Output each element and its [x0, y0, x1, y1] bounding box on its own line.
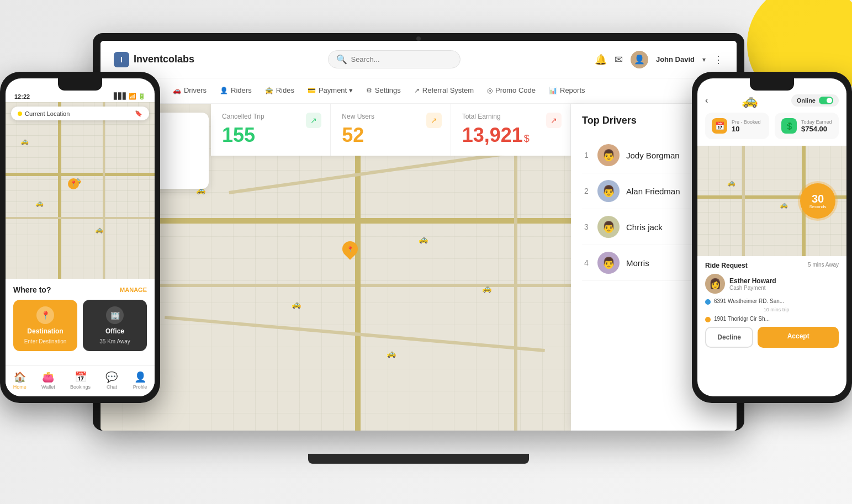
- pickup-address: 6391 Westheimer RD. San...: [705, 298, 839, 305]
- nav-drivers[interactable]: 🚗 Drivers: [173, 86, 207, 96]
- nav-wallet[interactable]: 👛 Wallet: [41, 371, 55, 390]
- pre-booked-value: 10: [732, 125, 761, 133]
- search-input[interactable]: [351, 55, 452, 63]
- drivers-nav-icon: 🚗: [173, 87, 181, 94]
- accept-button[interactable]: Accept: [758, 327, 839, 348]
- ph-location-dot: 📍: [68, 178, 79, 189]
- cancelled-trip-label: Cancelled Trip: [222, 113, 319, 120]
- signal-icon: ▋▋▋ 📶 🔋: [114, 93, 146, 100]
- earning-currency: $: [524, 133, 530, 145]
- online-toggle[interactable]: [819, 97, 833, 104]
- nav-referral[interactable]: ↗ Referral System: [414, 86, 474, 96]
- cancelled-trip-value: 155: [222, 124, 319, 147]
- user-dropdown-icon[interactable]: ▾: [702, 56, 706, 63]
- manage-link[interactable]: MANAGE: [120, 287, 147, 293]
- dropoff-address: 1901 Thoridgr Cir Sh...: [705, 316, 839, 322]
- total-earning-label: Total Earning: [462, 113, 559, 120]
- decline-button[interactable]: Decline: [705, 327, 753, 348]
- driver-avatar-3: 👨: [597, 216, 620, 238]
- nav-drivers-label: Drivers: [184, 86, 207, 94]
- pickup-dot: [705, 299, 711, 305]
- message-icon[interactable]: ✉: [615, 54, 623, 66]
- map-car-5: 🚕: [387, 349, 396, 358]
- where-header: Where to? MANAGE: [13, 285, 147, 294]
- stats-row: ↗ Cancelled Trip 155 ↗ New Users 52: [211, 104, 571, 156]
- pre-booked-icon: 📅: [712, 118, 727, 134]
- nav-bookings[interactable]: 📅 Bookings: [70, 371, 91, 390]
- today-earned-value: $754.00: [801, 125, 832, 133]
- avatar: 👤: [631, 51, 648, 68]
- timer-label: Seconds: [809, 204, 826, 209]
- today-earned-box: 💲 Today Earned $754.00: [775, 113, 839, 139]
- left-phone-frame: 12:22 ▋▋▋ 📶 🔋 🚕 🚕 🚕 🚕 📍: [0, 72, 160, 403]
- referral-nav-icon: ↗: [414, 87, 420, 94]
- app-name: Inventcolabs: [134, 54, 194, 65]
- office-sub: 35 Km Away: [99, 338, 130, 344]
- driver-rank-2: 2: [582, 187, 591, 195]
- online-label: Online: [797, 97, 816, 104]
- dot-indicator: Current Location: [18, 110, 70, 117]
- pickup-address-text: 6391 Westheimer RD. San...: [714, 298, 784, 304]
- reports-nav-icon: 📊: [549, 87, 557, 94]
- nav-promo[interactable]: ◎ Promo Code: [487, 86, 536, 96]
- destination-sub: Enter Destination: [24, 338, 67, 344]
- nav-reports-label: Reports: [560, 86, 585, 94]
- nav-reports[interactable]: 📊 Reports: [549, 86, 585, 96]
- more-options-icon[interactable]: ⋮: [713, 54, 723, 66]
- riders-nav-icon: 👤: [220, 87, 228, 94]
- ph-car-3: 🚕: [35, 199, 44, 207]
- nav-riders[interactable]: 👤 Riders: [220, 86, 252, 96]
- rider-info-row: 👩 Esther Howard Cash Payment: [705, 274, 839, 294]
- total-earning-value: 13,921: [462, 124, 523, 147]
- ph-car-1: 🚕: [20, 137, 29, 145]
- dropoff-dot: [705, 317, 711, 322]
- where-to-section: Where to? MANAGE 📍 Destination Enter Des…: [6, 279, 155, 356]
- rider-payment: Cash Payment: [729, 285, 776, 291]
- pre-booked-info: Pre - Booked 10: [732, 119, 761, 133]
- ph-location-bar: Current Location 🔖: [11, 107, 149, 120]
- payment-nav-icon: 💳: [308, 87, 316, 94]
- home-label: Home: [13, 384, 27, 390]
- today-earned-label: Today Earned: [801, 119, 832, 125]
- rider-avatar: 👩: [705, 274, 725, 294]
- driver-icon: 🚕: [742, 93, 758, 108]
- ride-request-header: Ride Request 5 mins Away: [705, 262, 839, 269]
- nav-promo-label: Promo Code: [495, 86, 536, 94]
- left-phone: 12:22 ▋▋▋ 📶 🔋 🚕 🚕 🚕 🚕 📍: [0, 72, 160, 403]
- settings-nav-icon: ⚙: [366, 87, 372, 94]
- today-earned-info: Today Earned $754.00: [801, 119, 832, 133]
- search-icon: 🔍: [336, 54, 347, 65]
- nav-rides[interactable]: 🚖 Rides: [265, 86, 294, 96]
- search-box[interactable]: 🔍: [328, 50, 461, 68]
- nav-home[interactable]: 🏠 Home: [13, 371, 27, 390]
- left-bottom-nav: 🏠 Home 👛 Wallet 📅 Bookings 💬 Chat 👤: [6, 365, 155, 396]
- cancelled-trip-icon: ↗: [306, 113, 321, 128]
- left-phone-notch: [58, 78, 102, 91]
- home-icon: 🏠: [14, 371, 26, 383]
- ride-request-time: 5 mins Away: [808, 262, 839, 269]
- nav-profile[interactable]: 👤 Profile: [133, 371, 147, 390]
- nav-chat[interactable]: 💬 Chat: [105, 371, 118, 390]
- rider-name: Esther Howard: [729, 277, 776, 285]
- nav-payment[interactable]: 💳 Payment ▾: [308, 86, 353, 96]
- right-phone-notch: [750, 78, 794, 91]
- driver-rank-4: 4: [582, 258, 591, 267]
- rph-map: 🚕 🚕 30 Seconds: [697, 146, 846, 256]
- nav-settings-label: Settings: [375, 86, 401, 94]
- pre-booked-label: Pre - Booked: [732, 119, 761, 125]
- notification-icon[interactable]: 🔔: [595, 54, 607, 66]
- laptop-frame: I Inventcolabs 🔍 🔔 ✉ 👤 John David ▾: [93, 33, 744, 431]
- back-button[interactable]: ‹: [705, 96, 708, 105]
- office-card[interactable]: 🏢 Office 35 Km Away: [83, 300, 147, 351]
- rph-stats-row: 📅 Pre - Booked 10 💲 Today Earned $754.00: [697, 113, 846, 146]
- destination-card[interactable]: 📍 Destination Enter Destination: [13, 300, 77, 351]
- map-car-3: 🚕: [292, 300, 301, 309]
- new-users-icon: ↗: [426, 113, 442, 128]
- laptop-container: I Inventcolabs 🔍 🔔 ✉ 👤 John David ▾: [93, 33, 744, 464]
- user-name: John David: [656, 55, 695, 63]
- location-label: Current Location: [25, 110, 70, 117]
- logo-icon: I: [114, 52, 129, 67]
- nav-settings[interactable]: ⚙ Settings: [366, 86, 401, 96]
- pre-booked-box: 📅 Pre - Booked 10: [705, 113, 769, 139]
- nav-riders-label: Riders: [231, 86, 252, 94]
